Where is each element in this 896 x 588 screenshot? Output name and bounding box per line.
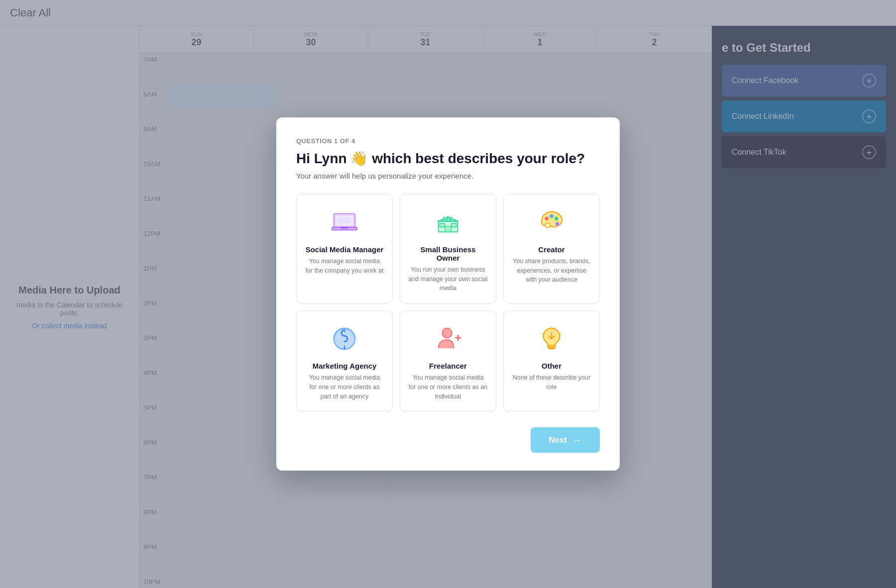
modal-subtitle: Your answer will help us personalize you… xyxy=(296,172,600,180)
modal-overlay: QUESTION 1 OF 4 Hi Lynn 👋 which best des… xyxy=(0,0,896,588)
role-desc-freelancer: You manage social media for one or more … xyxy=(408,373,488,401)
role-card-creator[interactable]: Creator You share products, brands, expe… xyxy=(503,194,600,303)
role-card-marketing-agency[interactable]: Marketing Agency You manage social media… xyxy=(296,310,393,411)
role-desc-marketing-agency: You manage social media for one or more … xyxy=(305,373,384,401)
role-title-creator: Creator xyxy=(538,245,564,254)
next-button[interactable]: Next → xyxy=(531,427,600,453)
dollar-icon xyxy=(329,323,360,355)
role-desc-other: None of these describe your role xyxy=(512,373,591,392)
role-card-social-media-manager[interactable]: Social Media Manager You manage social m… xyxy=(296,194,393,303)
svg-rect-11 xyxy=(440,223,445,227)
next-button-label: Next xyxy=(549,435,567,445)
svg-point-21 xyxy=(442,328,451,338)
svg-rect-12 xyxy=(451,223,456,227)
next-arrow-icon: → xyxy=(572,434,582,446)
role-desc-creator: You share products, brands, experiences,… xyxy=(512,257,591,285)
person-icon xyxy=(432,323,464,355)
svg-rect-25 xyxy=(549,348,555,349)
lightbulb-icon xyxy=(536,323,567,355)
svg-point-14 xyxy=(550,214,554,218)
svg-rect-4 xyxy=(337,217,351,223)
role-title-social-media-manager: Social Media Manager xyxy=(306,245,384,254)
svg-rect-3 xyxy=(340,227,348,229)
svg-rect-10 xyxy=(445,226,451,232)
role-title-small-business-owner: Small Business Owner xyxy=(408,245,488,262)
role-card-small-business-owner[interactable]: Small Business Owner You run your own bu… xyxy=(400,194,496,303)
role-grid: Social Media Manager You manage social m… xyxy=(296,194,600,412)
svg-point-16 xyxy=(556,222,560,226)
role-title-freelancer: Freelancer xyxy=(429,362,467,370)
role-card-other[interactable]: Other None of these describe your role xyxy=(503,310,600,411)
svg-line-30 xyxy=(560,333,562,335)
question-label: QUESTION 1 OF 4 xyxy=(296,137,600,145)
role-selection-modal: QUESTION 1 OF 4 Hi Lynn 👋 which best des… xyxy=(276,117,620,471)
role-desc-small-business-owner: You run your own business and manage you… xyxy=(408,265,488,293)
store-icon xyxy=(432,206,464,238)
svg-point-17 xyxy=(545,223,550,228)
laptop-icon xyxy=(329,206,360,238)
svg-point-15 xyxy=(555,216,559,220)
modal-title: Hi Lynn 👋 which best describes your role… xyxy=(296,150,600,168)
modal-footer: Next → xyxy=(296,427,600,453)
role-title-marketing-agency: Marketing Agency xyxy=(313,362,377,370)
role-desc-social-media-manager: You manage social media for the company … xyxy=(305,257,384,276)
svg-line-29 xyxy=(541,333,543,335)
palette-icon xyxy=(536,206,567,238)
role-title-other: Other xyxy=(542,362,561,370)
svg-point-13 xyxy=(545,216,549,220)
role-card-freelancer[interactable]: Freelancer You manage social media for o… xyxy=(400,310,496,411)
